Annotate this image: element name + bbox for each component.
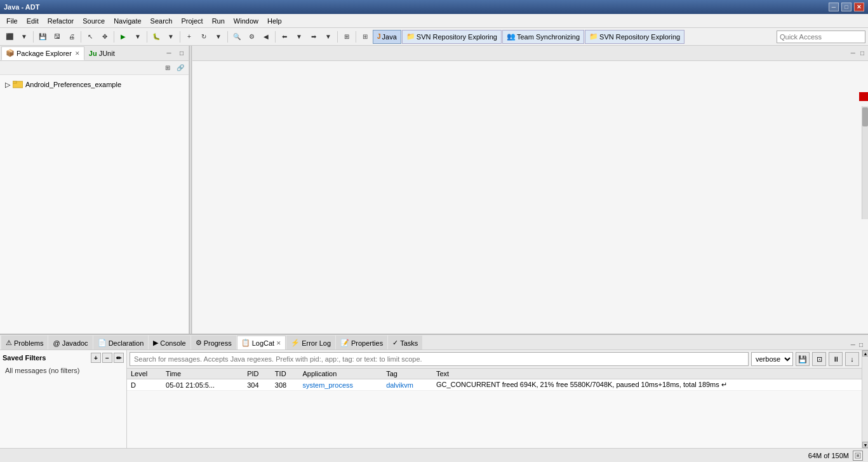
toolbar-save-button[interactable]: 💾	[36, 30, 50, 44]
perspective-java[interactable]: J Java	[373, 30, 401, 44]
perspectives-toggle[interactable]: ⊞	[358, 30, 372, 44]
edit-filter-btn[interactable]: ✏	[114, 353, 124, 363]
tree-expand-icon: ▷	[5, 81, 10, 89]
tab-error-log[interactable]: ⚡ Error Log	[286, 336, 335, 350]
tab-tasks-label: Tasks	[400, 339, 418, 347]
toolbar-prev-button[interactable]: ◀	[259, 30, 273, 44]
logcat-icon: 📋	[241, 339, 250, 347]
toolbar-last-button[interactable]: ⊞	[340, 30, 354, 44]
toolbar-dropdown[interactable]: ▼	[17, 30, 31, 44]
tab-tasks[interactable]: ✓ Tasks	[388, 336, 422, 350]
toolbar-cursor-button[interactable]: ↖	[83, 30, 97, 44]
progress-icon: ⚙	[196, 339, 202, 347]
tab-javadoc[interactable]: @ Javadoc	[48, 336, 92, 350]
minimize-panel-btn[interactable]: ─	[163, 48, 175, 59]
menu-refactor[interactable]: Refactor	[44, 16, 78, 26]
bottom-right-scrollbar[interactable]: ▲ ▼	[862, 350, 868, 448]
title-bar: Java - ADT ─ □ ✕	[0, 0, 868, 14]
problems-icon: ⚠	[6, 339, 12, 347]
toolbar-forward-button[interactable]: ➡	[307, 30, 321, 44]
scroll-up-arrow[interactable]: ▲	[862, 350, 868, 357]
toolbar-sep-1	[33, 31, 34, 43]
logcat-search-input[interactable]	[130, 352, 749, 366]
toolbar-forward-dropdown[interactable]: ▼	[321, 30, 335, 44]
maximize-panel-btn[interactable]: □	[176, 48, 187, 59]
scroll-down-arrow[interactable]: ▼	[862, 442, 868, 448]
title-bar-controls: ─ □ ✕	[829, 3, 864, 11]
javadoc-icon: @	[53, 339, 60, 347]
menu-project[interactable]: Project	[177, 16, 206, 26]
collapse-all-btn[interactable]: ⊞	[162, 62, 173, 74]
cell-tag[interactable]: dalvikvm	[382, 379, 432, 391]
perspective-svn2-label: SVN Repository Exploring	[599, 33, 680, 41]
toolbar-debug-button[interactable]: 🐛	[149, 30, 163, 44]
quick-access-input[interactable]	[777, 31, 865, 43]
menu-navigate[interactable]: Navigate	[110, 16, 145, 26]
toolbar-search-button[interactable]: 🔍	[230, 30, 244, 44]
menu-edit[interactable]: Edit	[23, 16, 43, 26]
package-explorer-close[interactable]: ✕	[75, 50, 80, 57]
toolbar-move-button[interactable]: ✥	[98, 30, 112, 44]
tab-console[interactable]: ▶ Console	[149, 336, 190, 350]
table-row[interactable]: D 05-01 21:05:5... 304 308 system_proces…	[127, 379, 862, 391]
tab-logcat[interactable]: 📋 LogCat ✕	[237, 336, 286, 350]
tab-package-explorer[interactable]: 📦 Package Explorer ✕	[1, 46, 84, 60]
scroll-track	[862, 357, 868, 442]
bottom-minimize-btn[interactable]: ─	[850, 340, 857, 350]
tab-progress[interactable]: ⚙ Progress	[191, 336, 236, 350]
perspective-team[interactable]: 👥 Team Synchronizing	[502, 30, 584, 44]
toolbar-run-button[interactable]: ▶	[116, 30, 130, 44]
add-filter-btn[interactable]: +	[91, 353, 101, 363]
bottom-maximize-btn[interactable]: □	[858, 340, 864, 350]
logcat-close-btn[interactable]: ✕	[276, 340, 281, 346]
toolbar-debug-dropdown[interactable]: ▼	[164, 30, 178, 44]
remove-filter-btn[interactable]: −	[102, 353, 112, 363]
cell-application[interactable]: system_process	[299, 379, 383, 391]
toolbar-save-all-button[interactable]: 🖫	[50, 30, 64, 44]
menu-file[interactable]: File	[3, 16, 22, 26]
toolbar-sync-button[interactable]: ↻	[197, 30, 211, 44]
logcat-save-btn[interactable]: 💾	[796, 352, 810, 366]
close-button[interactable]: ✕	[854, 3, 864, 11]
logcat-toolbar: verbose 💾 ⊡ ⏸ ↓	[127, 350, 862, 369]
verbose-select[interactable]: verbose	[751, 352, 793, 366]
panel-resize-handle[interactable]	[865, 46, 868, 334]
memory-label: 64M of 150M	[808, 452, 849, 459]
tree-item-project[interactable]: ▷ Android_Preferences_example	[3, 78, 186, 92]
logcat-clear-btn[interactable]: ⊡	[812, 352, 826, 366]
minimize-button[interactable]: ─	[829, 3, 839, 11]
quick-access[interactable]	[777, 31, 865, 43]
menu-help[interactable]: Help	[264, 16, 286, 26]
toolbar-back-dropdown[interactable]: ▼	[292, 30, 306, 44]
tab-declaration[interactable]: 📄 Declaration	[93, 336, 149, 350]
perspective-svn1[interactable]: 📁 SVN Repository Exploring	[402, 30, 502, 44]
log-table: Level Time PID TID Application Tag Text	[127, 369, 862, 391]
tab-problems[interactable]: ⚠ Problems	[1, 336, 48, 350]
properties-icon: 📝	[340, 339, 349, 347]
toolbar-new-button[interactable]: ⬛	[3, 30, 17, 44]
menu-search[interactable]: Search	[147, 16, 177, 26]
link-editor-btn[interactable]: 🔗	[175, 62, 186, 74]
project-tree[interactable]: ▷ Android_Preferences_example	[0, 75, 189, 334]
menu-run[interactable]: Run	[208, 16, 229, 26]
perspective-svn2[interactable]: 📁 SVN Repository Exploring	[585, 30, 684, 44]
maximize-button[interactable]: □	[841, 3, 851, 11]
toolbar-plus-button[interactable]: +	[182, 30, 196, 44]
toolbar-sync-dropdown[interactable]: ▼	[211, 30, 225, 44]
editor-area: 📦 Package Explorer ✕ Ju JUnit ─ □ ⊞ 🔗	[0, 46, 868, 334]
menu-source[interactable]: Source	[79, 16, 109, 26]
toolbar-back-button[interactable]: ⬅	[277, 30, 291, 44]
toolbar-print-button[interactable]: 🖨	[65, 30, 79, 44]
panel-tabs: 📦 Package Explorer ✕ Ju JUnit ─ □	[0, 46, 189, 61]
tab-properties[interactable]: 📝 Properties	[336, 336, 387, 350]
all-messages[interactable]: All messages (no filters)	[3, 365, 124, 376]
editor-minimize-btn[interactable]: ─	[850, 48, 857, 58]
tab-junit[interactable]: Ju JUnit	[84, 46, 119, 60]
bottom-panel: ⚠ Problems @ Javadoc 📄 Declaration ▶ Con…	[0, 334, 868, 448]
editor-maximize-btn[interactable]: □	[859, 48, 865, 58]
logcat-scroll-btn[interactable]: ↓	[845, 352, 859, 366]
logcat-pause-btn[interactable]: ⏸	[829, 352, 843, 366]
menu-window[interactable]: Window	[230, 16, 262, 26]
toolbar-run-dropdown[interactable]: ▼	[131, 30, 145, 44]
toolbar-arrow-button[interactable]: ⚙	[244, 30, 258, 44]
